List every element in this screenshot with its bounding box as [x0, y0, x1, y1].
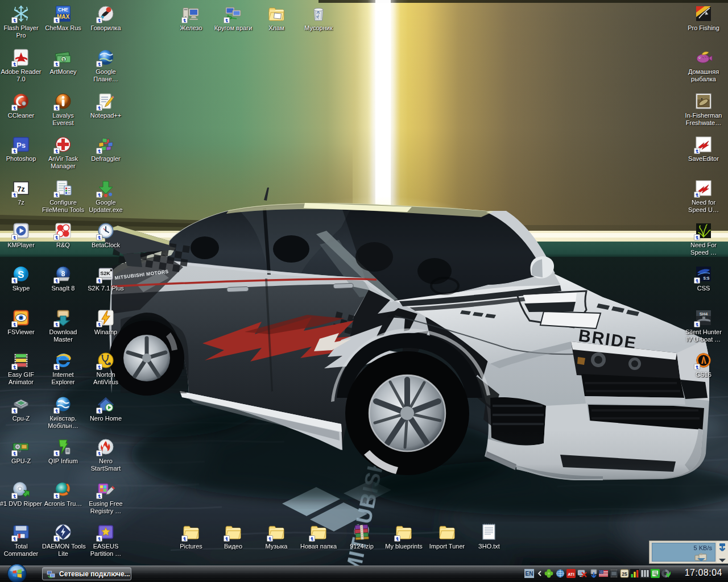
svg-text:ATI: ATI	[568, 572, 574, 577]
svg-text:CHE: CHE	[58, 7, 68, 13]
svg-text:Ps: Ps	[16, 141, 26, 149]
svg-text:8: 8	[61, 270, 65, 278]
svg-text:N: N	[656, 573, 658, 577]
svg-text:7z: 7z	[17, 185, 25, 193]
svg-text:S2K: S2K	[100, 271, 110, 276]
svg-text:25: 25	[622, 571, 627, 577]
svg-text:S:S: S:S	[704, 276, 710, 280]
svg-text:SH4: SH4	[700, 311, 708, 317]
svg-text:EN: EN	[526, 571, 533, 577]
svg-text:$: $	[63, 57, 65, 62]
svg-text:S: S	[18, 269, 24, 280]
